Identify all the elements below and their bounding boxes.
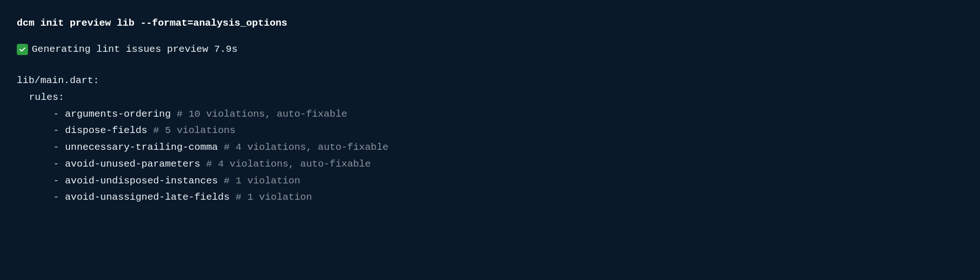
rule-name: arguments-ordering [65,109,171,119]
rule-comment: # 4 violations, auto-fixable [206,159,371,169]
bullet-icon: - [53,142,65,153]
rule-name: avoid-unassigned-late-fields [65,192,230,203]
rule-name: unnecessary-trailing-comma [65,142,218,153]
rule-item: - unnecessary-trailing-comma # 4 violati… [17,139,963,156]
rule-item: - dispose-fields # 5 violations [17,122,963,139]
rule-item: - avoid-unused-parameters # 4 violations… [17,156,963,173]
file-path: lib/main.dart: [17,72,963,89]
bullet-icon: - [53,125,65,136]
status-line: Generating lint issues preview 7.9s [17,41,963,58]
bullet-icon: - [53,159,65,169]
rule-name: avoid-unused-parameters [65,159,200,169]
rule-comment: # 1 violation [236,192,312,203]
checkmark-icon [17,44,28,55]
rule-comment: # 5 violations [153,125,235,136]
rules-label: rules: [17,89,963,106]
bullet-icon: - [53,192,65,203]
rule-item: - avoid-unassigned-late-fields # 1 viola… [17,189,963,206]
rule-item: - avoid-undisposed-instances # 1 violati… [17,173,963,189]
rule-comment: # 4 violations, auto-fixable [224,142,388,153]
command-line: dcm init preview lib --format=analysis_o… [17,15,963,32]
rule-name: avoid-undisposed-instances [65,175,218,186]
status-text: Generating lint issues preview 7.9s [32,41,238,58]
rule-name: dispose-fields [65,125,147,136]
rule-comment: # 1 violation [224,175,300,186]
rule-item: - arguments-ordering # 10 violations, au… [17,106,963,123]
bullet-icon: - [53,175,65,186]
bullet-icon: - [53,109,65,119]
rule-comment: # 10 violations, auto-fixable [177,109,347,119]
